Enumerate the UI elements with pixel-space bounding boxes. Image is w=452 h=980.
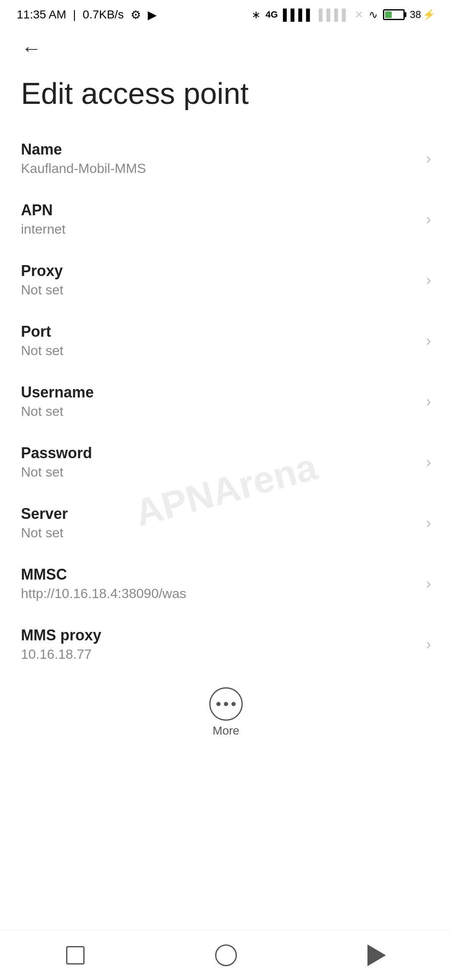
more-dot-2	[224, 702, 228, 706]
settings-item-mmsc-value: http://10.16.18.4:38090/was	[21, 586, 418, 601]
settings-icon: ⚙	[131, 8, 141, 22]
nav-home-button[interactable]	[205, 939, 247, 972]
chevron-icon-password: ›	[426, 454, 431, 471]
wifi-icon: ∿	[369, 8, 378, 21]
bluetooth-icon: ∗	[252, 8, 261, 21]
settings-item-port-label: Port	[21, 323, 418, 340]
chevron-icon-apn: ›	[426, 211, 431, 228]
settings-item-mms-proxy[interactable]: MMS proxy 10.16.18.77 ›	[0, 614, 452, 675]
settings-item-server-value: Not set	[21, 525, 418, 541]
settings-item-server[interactable]: Server Not set ›	[0, 493, 452, 553]
settings-item-port-content: Port Not set	[21, 323, 418, 358]
settings-item-proxy-value: Not set	[21, 282, 418, 298]
settings-item-mmsc[interactable]: MMSC http://10.16.18.4:38090/was ›	[0, 553, 452, 614]
nav-triangle-icon	[367, 944, 386, 966]
settings-item-mms-proxy-label: MMS proxy	[21, 627, 418, 644]
settings-item-proxy-label: Proxy	[21, 262, 418, 280]
settings-item-apn[interactable]: APN internet ›	[0, 189, 452, 250]
more-section[interactable]: More	[0, 675, 452, 746]
settings-item-apn-content: APN internet	[21, 201, 418, 237]
status-time: 11:35 AM	[17, 8, 66, 21]
settings-item-username[interactable]: Username Not set ›	[0, 371, 452, 432]
chevron-icon-server: ›	[426, 514, 431, 532]
page-title: Edit access point	[0, 67, 452, 128]
settings-item-server-label: Server	[21, 505, 418, 523]
back-arrow-icon: ←	[21, 37, 41, 60]
settings-item-mmsc-content: MMSC http://10.16.18.4:38090/was	[21, 566, 418, 601]
more-button[interactable]	[209, 687, 243, 721]
no-signal-icon: ✕	[354, 8, 364, 21]
settings-item-username-content: Username Not set	[21, 384, 418, 419]
settings-item-name[interactable]: Name Kaufland-Mobil-MMS ›	[0, 128, 452, 189]
charging-icon: ⚡	[423, 9, 435, 21]
settings-item-mms-proxy-content: MMS proxy 10.16.18.77	[21, 627, 418, 662]
chevron-icon-proxy: ›	[426, 271, 431, 289]
chevron-icon-port: ›	[426, 332, 431, 350]
settings-item-password-label: Password	[21, 444, 418, 462]
settings-item-proxy-content: Proxy Not set	[21, 262, 418, 298]
settings-item-name-content: Name Kaufland-Mobil-MMS	[21, 141, 418, 176]
nav-back-button[interactable]	[356, 939, 398, 972]
status-icons: ∗ 4G ▌▌▌▌ ▌▌▌▌ ✕ ∿ 38 ⚡	[252, 8, 435, 21]
settings-item-username-value: Not set	[21, 404, 418, 419]
battery-indicator: 38 ⚡	[383, 9, 435, 21]
more-dot-3	[231, 702, 236, 706]
nav-recents-button[interactable]	[54, 939, 96, 972]
back-button[interactable]: ←	[17, 34, 46, 63]
battery-box	[383, 9, 405, 20]
chevron-icon-name: ›	[426, 150, 431, 168]
settings-item-apn-value: internet	[21, 222, 418, 237]
settings-item-mms-proxy-value: 10.16.18.77	[21, 647, 418, 662]
battery-fill	[385, 11, 392, 18]
chevron-icon-username: ›	[426, 393, 431, 410]
content-scroll[interactable]: Edit access point Name Kaufland-Mobil-MM…	[0, 67, 452, 930]
signal-4g-icon: 4G	[266, 9, 278, 20]
settings-item-port[interactable]: Port Not set ›	[0, 310, 452, 371]
status-time-speed: 11:35 AM | 0.7KB/s ⚙ ▶	[17, 8, 157, 22]
settings-item-username-label: Username	[21, 384, 418, 401]
chevron-icon-mmsc: ›	[426, 575, 431, 593]
settings-list: Name Kaufland-Mobil-MMS › APN internet ›…	[0, 128, 452, 675]
more-dots-icon	[216, 702, 236, 706]
settings-item-port-value: Not set	[21, 343, 418, 358]
chevron-icon-mms-proxy: ›	[426, 636, 431, 653]
nav-bar	[0, 930, 452, 980]
status-speed: 0.7KB/s	[83, 8, 124, 21]
settings-item-server-content: Server Not set	[21, 505, 418, 541]
more-label: More	[213, 724, 239, 738]
signal-bars2-icon: ▌▌▌▌	[319, 8, 350, 21]
settings-item-password[interactable]: Password Not set ›	[0, 432, 452, 493]
status-separator: |	[73, 8, 76, 21]
signal-bars-icon: ▌▌▌▌	[283, 8, 314, 21]
settings-item-name-label: Name	[21, 141, 418, 158]
nav-square-icon	[66, 946, 85, 965]
settings-item-password-value: Not set	[21, 464, 418, 480]
nav-circle-icon	[215, 944, 237, 966]
settings-item-proxy[interactable]: Proxy Not set ›	[0, 250, 452, 310]
status-bar: 11:35 AM | 0.7KB/s ⚙ ▶ ∗ 4G ▌▌▌▌ ▌▌▌▌ ✕ …	[0, 0, 452, 29]
settings-item-mmsc-label: MMSC	[21, 566, 418, 583]
battery-level: 38	[410, 9, 421, 21]
video-icon: ▶	[148, 8, 157, 22]
toolbar: ←	[0, 29, 452, 67]
settings-item-apn-label: APN	[21, 201, 418, 219]
settings-item-password-content: Password Not set	[21, 444, 418, 480]
more-dot-1	[216, 702, 221, 706]
settings-item-name-value: Kaufland-Mobil-MMS	[21, 161, 418, 176]
